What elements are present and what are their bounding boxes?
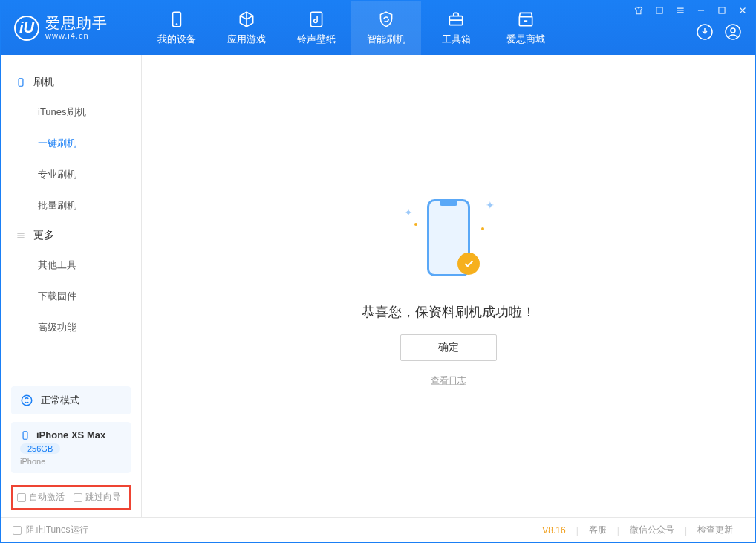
- menu-icon[interactable]: [675, 5, 685, 16]
- dot-icon: [481, 227, 484, 230]
- main-content: ✦ ✦ 恭喜您，保资料刷机成功啦！ 确定 查看日志: [142, 55, 755, 517]
- checkbox-skip-wizard[interactable]: 跳过向导: [74, 491, 121, 504]
- body-area: 刷机 iTunes刷机 一键刷机 专业刷机 批量刷机 更多 其他工具 下载固件 …: [1, 55, 755, 517]
- highlighted-checkbox-row: 自动激活 跳过向导: [11, 485, 131, 510]
- nav-tab-store[interactable]: 爱思商城: [491, 1, 561, 55]
- nav-tabs: 我的设备 应用游戏 铃声壁纸 智能刷机 工具箱 爱思商城: [142, 1, 633, 55]
- nav-label: 智能刷机: [367, 33, 405, 46]
- logo-section: iU 爱思助手 www.i4.cn: [1, 1, 142, 55]
- checkbox-icon: [13, 526, 22, 535]
- minimize-icon[interactable]: [696, 5, 706, 16]
- ok-button[interactable]: 确定: [400, 334, 497, 361]
- device-icon: [16, 77, 26, 88]
- cube-icon: [237, 10, 256, 29]
- checkbox-stop-itunes[interactable]: 阻止iTunes运行: [13, 524, 88, 536]
- app-title: 爱思助手: [45, 15, 108, 31]
- dot-icon: [414, 223, 417, 226]
- list-icon: [16, 230, 26, 241]
- shield-refresh-icon: [377, 10, 396, 29]
- checkbox-label: 跳过向导: [85, 491, 121, 504]
- shirt-icon[interactable]: [633, 5, 644, 16]
- titlebar: iU 爱思助手 www.i4.cn 我的设备 应用游戏 铃声壁纸 智能刷机: [1, 1, 755, 55]
- app-window: iU 爱思助手 www.i4.cn 我的设备 应用游戏 铃声壁纸 智能刷机: [0, 0, 756, 543]
- status-link-update[interactable]: 检查更新: [687, 524, 743, 536]
- svg-point-8: [731, 28, 735, 33]
- svg-point-1: [176, 24, 177, 25]
- svg-rect-4: [656, 7, 662, 13]
- sidebar-item-itunes-flash[interactable]: iTunes刷机: [1, 97, 141, 128]
- nav-tab-device[interactable]: 我的设备: [142, 1, 212, 55]
- logo-text: 爱思助手 www.i4.cn: [45, 15, 108, 40]
- checkbox-label: 自动激活: [29, 491, 65, 504]
- nav-tab-flash[interactable]: 智能刷机: [351, 1, 421, 55]
- svg-rect-2: [310, 12, 322, 27]
- device-type: iPhone: [20, 457, 122, 466]
- toolbox-icon: [446, 10, 466, 29]
- maximize-icon[interactable]: [717, 5, 727, 16]
- status-link-wechat[interactable]: 微信公众号: [619, 524, 685, 536]
- success-message: 恭喜您，保资料刷机成功啦！: [362, 303, 535, 321]
- checkbox-icon: [17, 493, 26, 502]
- nav-label: 我的设备: [157, 33, 196, 46]
- nav-tab-apps[interactable]: 应用游戏: [212, 1, 281, 55]
- view-log-link[interactable]: 查看日志: [431, 374, 466, 387]
- phone-small-icon: [20, 430, 30, 440]
- sidebar-item-other-tools[interactable]: 其他工具: [1, 250, 141, 281]
- user-controls: [696, 23, 748, 41]
- status-link-support[interactable]: 客服: [579, 524, 617, 536]
- nav-label: 铃声壁纸: [297, 33, 336, 46]
- mode-label: 正常模式: [41, 394, 79, 407]
- sidebar-item-onekey-flash[interactable]: 一键刷机: [1, 128, 141, 159]
- sparkle-icon: ✦: [486, 199, 495, 211]
- user-icon[interactable]: [724, 23, 742, 41]
- refresh-circle-icon: [20, 394, 33, 407]
- music-file-icon: [307, 10, 326, 29]
- download-icon[interactable]: [696, 23, 714, 41]
- box-icon[interactable]: [654, 5, 665, 16]
- version-label: V8.16: [542, 525, 576, 536]
- phone-icon: [167, 10, 186, 29]
- sparkle-icon: ✦: [404, 207, 413, 218]
- device-info-card[interactable]: iPhone XS Max 256GB iPhone: [11, 422, 131, 473]
- sidebar-item-download-firmware[interactable]: 下载固件: [1, 281, 141, 312]
- svg-rect-9: [19, 79, 23, 87]
- window-controls: [633, 5, 748, 16]
- store-icon: [516, 10, 535, 29]
- close-icon[interactable]: [737, 5, 748, 16]
- titlebar-right: [633, 1, 755, 55]
- nav-label: 工具箱: [442, 33, 471, 46]
- device-name: iPhone XS Max: [36, 429, 105, 440]
- app-subtitle: www.i4.cn: [45, 31, 108, 40]
- sidebar-group-more[interactable]: 更多: [1, 221, 141, 250]
- svg-point-10: [22, 395, 32, 406]
- sidebar-group-label: 更多: [33, 229, 54, 242]
- sidebar-group-flash[interactable]: 刷机: [1, 68, 141, 97]
- status-right: V8.16 | 客服 | 微信公众号 | 检查更新: [542, 524, 743, 536]
- nav-label: 爱思商城: [506, 33, 545, 46]
- svg-point-7: [726, 25, 740, 39]
- checkbox-label: 阻止iTunes运行: [26, 524, 88, 536]
- nav-label: 应用游戏: [227, 33, 266, 46]
- sidebar-group-label: 刷机: [33, 76, 54, 89]
- mode-card[interactable]: 正常模式: [11, 386, 131, 414]
- svg-rect-11: [23, 431, 27, 439]
- checkbox-auto-activate[interactable]: 自动激活: [17, 491, 65, 504]
- sidebar: 刷机 iTunes刷机 一键刷机 专业刷机 批量刷机 更多 其他工具 下载固件 …: [1, 55, 142, 517]
- sidebar-item-batch-flash[interactable]: 批量刷机: [1, 190, 141, 221]
- nav-tab-toolbox[interactable]: 工具箱: [421, 1, 491, 55]
- sidebar-item-advanced[interactable]: 高级功能: [1, 312, 141, 343]
- checkbox-icon: [74, 493, 82, 502]
- device-capacity-badge: 256GB: [20, 443, 60, 454]
- nav-tab-ringtones[interactable]: 铃声壁纸: [281, 1, 351, 55]
- success-illustration: ✦ ✦: [397, 186, 501, 290]
- logo-icon: iU: [14, 16, 39, 41]
- svg-rect-5: [719, 7, 725, 13]
- sidebar-item-pro-flash[interactable]: 专业刷机: [1, 159, 141, 190]
- statusbar: 阻止iTunes运行 V8.16 | 客服 | 微信公众号 | 检查更新: [1, 517, 755, 542]
- check-badge-icon: [457, 253, 480, 275]
